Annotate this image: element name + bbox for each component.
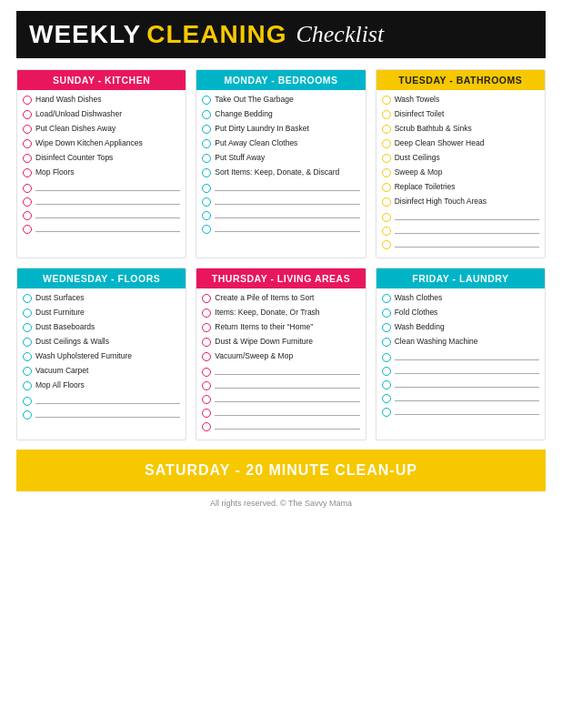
blank-checkbox-circle[interactable] [202, 395, 211, 404]
checkbox-circle[interactable] [202, 96, 211, 105]
blank-checkbox-circle[interactable] [23, 184, 32, 193]
blank-line-bar [35, 231, 180, 232]
checkbox-circle[interactable] [382, 197, 391, 207]
blank-checkbox-circle[interactable] [382, 240, 391, 249]
list-item: Wash Upholstered Furniture [23, 351, 180, 364]
blank-line-bar [215, 415, 359, 416]
blank-line-bar [215, 190, 359, 191]
checkbox-circle[interactable] [23, 381, 32, 390]
checklist-item-text: Return Items to their “Home” [215, 322, 313, 332]
blank-checkbox-circle[interactable] [382, 408, 391, 417]
checklist-item-text: Wipe Down Kitchen Appliances [35, 138, 143, 148]
checkbox-circle[interactable] [382, 168, 391, 177]
checkbox-circle[interactable] [23, 323, 32, 332]
blank-checkbox-circle[interactable] [382, 367, 391, 376]
checkbox-circle[interactable] [382, 110, 391, 119]
list-item: Dust & Wipe Down Furniture [202, 337, 359, 349]
list-item: Wipe Down Kitchen Appliances [23, 138, 180, 151]
blank-checkbox-circle[interactable] [382, 394, 391, 403]
blank-line-bar [395, 414, 539, 415]
checklist-item-text: Take Out The Garbage [215, 95, 293, 105]
header-cleaning: CLEANING [146, 20, 286, 49]
checklist-item-text: Fold Clothes [395, 308, 438, 318]
section-body-sunday: Hand Wash DishesLoad/Unload DishwasherPu… [17, 90, 186, 242]
checkbox-circle[interactable] [23, 96, 32, 105]
blank-checkbox-circle[interactable] [202, 184, 211, 193]
blank-line [382, 351, 539, 363]
top-row: SUNDAY - KITCHENHand Wash DishesLoad/Unl… [16, 69, 546, 258]
checkbox-circle[interactable] [23, 338, 32, 347]
blank-checkbox-circle[interactable] [202, 368, 211, 377]
list-item: Put Clean Dishes Away [23, 124, 180, 136]
checkbox-circle[interactable] [23, 352, 32, 361]
blank-line [202, 223, 359, 235]
checkbox-circle[interactable] [202, 110, 211, 119]
blank-checkbox-circle[interactable] [202, 422, 211, 431]
checkbox-circle[interactable] [23, 154, 32, 163]
section-header-sunday: SUNDAY - KITCHEN [17, 70, 186, 90]
blank-line-bar [215, 374, 359, 375]
blank-checkbox-circle[interactable] [202, 381, 211, 390]
checkbox-circle[interactable] [382, 139, 391, 148]
checklist-item-text: Wash Upholstered Furniture [35, 351, 132, 361]
blank-checkbox-circle[interactable] [202, 197, 211, 207]
checkbox-circle[interactable] [23, 139, 32, 148]
checkbox-circle[interactable] [382, 154, 391, 163]
checkbox-circle[interactable] [202, 323, 211, 332]
checklist-item-text: Vacuum/Sweep & Mop [215, 351, 293, 361]
checkbox-circle[interactable] [202, 125, 211, 134]
checkbox-circle[interactable] [23, 110, 32, 119]
section-body-friday: Wash ClothesFold ClothesWash BeddingClea… [376, 288, 545, 425]
checklist-item-text: Put Dirty Laundry In Basket [215, 124, 308, 134]
blank-line-bar [215, 401, 359, 402]
list-item: Put Stuff Away [202, 153, 359, 166]
checkbox-circle[interactable] [202, 338, 211, 347]
blank-line-bar [215, 388, 359, 389]
blank-checkbox-circle[interactable] [23, 225, 32, 234]
blank-checkbox-circle[interactable] [382, 353, 391, 362]
section-header-thursday: THURSDAY - LIVING AREAS [196, 268, 365, 288]
blank-checkbox-circle[interactable] [202, 211, 211, 220]
list-item: Vacuum/Sweep & Mop [202, 351, 359, 364]
checklist-item-text: Replace Toiletries [395, 182, 456, 192]
checkbox-circle[interactable] [23, 168, 32, 177]
blank-line-bar [35, 217, 180, 218]
list-item: Change Bedding [202, 109, 359, 122]
blank-checkbox-circle[interactable] [382, 213, 391, 222]
checkbox-circle[interactable] [202, 168, 211, 177]
checklist-item-text: Mop All Floors [35, 380, 85, 390]
blank-checkbox-circle[interactable] [23, 410, 32, 420]
checkbox-circle[interactable] [382, 338, 391, 347]
list-item: Dust Ceilings & Walls [23, 337, 180, 349]
blank-checkbox-circle[interactable] [23, 197, 32, 207]
checkbox-circle[interactable] [202, 308, 211, 318]
blank-checkbox-circle[interactable] [23, 211, 32, 220]
checkbox-circle[interactable] [202, 154, 211, 163]
saturday-title: Saturday - 20 Minute Clean-Up [145, 462, 417, 478]
checkbox-circle[interactable] [23, 308, 32, 318]
checklist-item-text: Dust Surfaces [35, 293, 84, 303]
list-item: Dust Furniture [23, 308, 180, 320]
blank-checkbox-circle[interactable] [202, 225, 211, 234]
checkbox-circle[interactable] [382, 183, 391, 192]
bottom-row: WEDNESDAY - FLOORSDust SurfacesDust Furn… [16, 268, 546, 440]
saturday-bar: Saturday - 20 Minute Clean-Up [16, 450, 546, 491]
blank-checkbox-circle[interactable] [382, 227, 391, 236]
checkbox-circle[interactable] [202, 294, 211, 303]
blank-checkbox-circle[interactable] [202, 409, 211, 418]
checkbox-circle[interactable] [382, 96, 391, 105]
list-item: Fold Clothes [382, 308, 539, 320]
checkbox-circle[interactable] [382, 294, 391, 303]
blank-checkbox-circle[interactable] [382, 380, 391, 389]
checkbox-circle[interactable] [23, 367, 32, 376]
checkbox-circle[interactable] [382, 308, 391, 318]
list-item: Sweep & Mop [382, 167, 539, 180]
checkbox-circle[interactable] [382, 323, 391, 332]
list-item: Wash Clothes [382, 293, 539, 306]
checkbox-circle[interactable] [202, 139, 211, 148]
checkbox-circle[interactable] [23, 125, 32, 134]
checkbox-circle[interactable] [382, 125, 391, 134]
blank-checkbox-circle[interactable] [23, 397, 32, 406]
checkbox-circle[interactable] [23, 294, 32, 303]
checkbox-circle[interactable] [202, 352, 211, 361]
